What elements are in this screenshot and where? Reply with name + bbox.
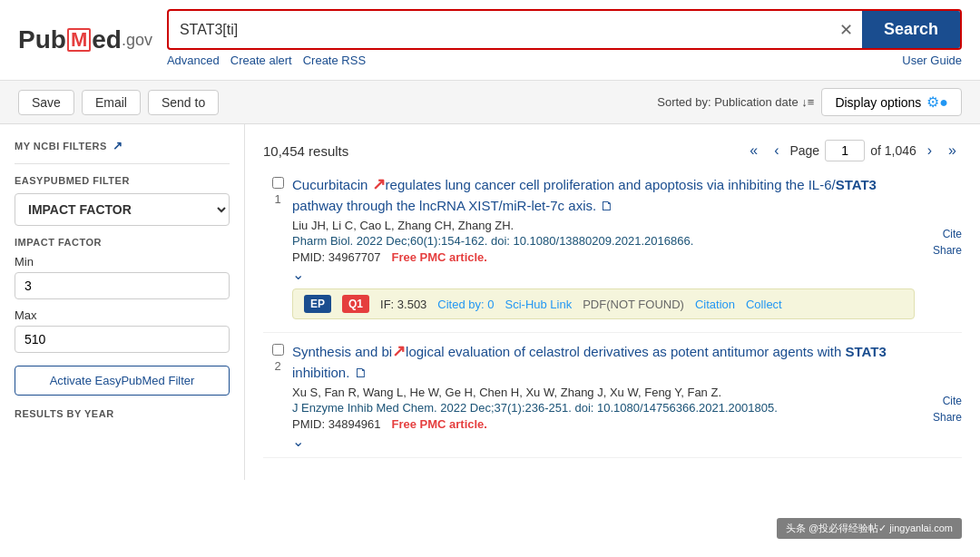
article-2-title-mid: logical evaluation of celastrol derivati… (406, 344, 845, 359)
page-label: Page (789, 143, 819, 158)
article-1-pmid-row: PMID: 34967707 Free PMC article. (292, 249, 915, 264)
article-1-body: Cucurbitacin ↗regulates lung cancer cell… (292, 173, 915, 325)
sidebar: MY NCBI FILTERS ↗ EASYPUBMED FILTER IMPA… (0, 124, 245, 480)
article-1-checkbox[interactable] (272, 177, 284, 189)
email-button[interactable]: Email (82, 90, 141, 115)
article-1-actions: Cite Share (915, 173, 962, 325)
page-next-button[interactable]: › (922, 139, 937, 162)
logo-bracket: M (67, 28, 91, 52)
page-first-button[interactable]: « (744, 139, 763, 162)
page-total: of 1,046 (870, 143, 916, 158)
article-1-share[interactable]: Share (933, 244, 962, 257)
search-links: Advanced Create alert Create RSS User Gu… (167, 50, 962, 71)
logo-gov: .gov (122, 31, 152, 50)
article-2-number: 2 (274, 359, 280, 373)
results-count: 10,454 results (263, 143, 348, 159)
article-1-title-before: Cucurbitacin (292, 177, 372, 192)
content-area: 10,454 results « ‹ Page of 1,046 › » 1 C… (245, 124, 980, 480)
citation-1[interactable]: Citation (695, 298, 735, 311)
article-1-title[interactable]: Cucurbitacin ↗regulates lung cancer cell… (292, 173, 915, 215)
article-1-arrow: ↗ (372, 175, 386, 193)
page-input[interactable] (825, 140, 865, 161)
q1-badge-1: Q1 (342, 295, 369, 313)
ep-badge-1: EP (304, 295, 331, 313)
article-2-authors: Xu S, Fan R, Wang L, He W, Ge H, Chen H,… (292, 386, 915, 399)
impact-factor-select[interactable]: IMPACT FACTOR (15, 193, 230, 226)
impact-factor-label: IMPACT FACTOR (15, 237, 230, 248)
pagination: « ‹ Page of 1,046 › » (744, 139, 962, 162)
article-1-pmid: PMID: 34967707 (292, 250, 381, 264)
search-button[interactable]: Search (862, 11, 960, 48)
send-to-button[interactable]: Send to (148, 90, 219, 115)
search-box: ✕ Search (167, 9, 962, 50)
article-1-expand[interactable]: ⌄ (292, 266, 915, 283)
article-1-cite[interactable]: Cite (943, 228, 962, 240)
article-1-stat3: STAT3 (836, 177, 877, 192)
ncbi-filters-ext-icon: ↗ (113, 139, 123, 152)
page-prev-button[interactable]: ‹ (769, 139, 784, 162)
article-1-journal: Pharm Biol. 2022 Dec;60(1):154-162. doi:… (292, 234, 915, 248)
article-2-body: Synthesis and bi↗logical evaluation of c… (292, 340, 915, 450)
max-input[interactable] (15, 326, 230, 353)
article-1-title-end: pathway through the lncRNA XIST/miR-let-… (292, 198, 596, 213)
article-1-pmc[interactable]: Free PMC article. (391, 250, 487, 264)
logo-ed: ed (92, 25, 122, 54)
article-1-copy-icon: 🗋 (600, 198, 613, 213)
article-2-actions: Cite Share (915, 340, 962, 450)
ncbi-filters-section: MY NCBI FILTERS ↗ (15, 139, 230, 152)
article-2-arrow: ↗ (392, 342, 406, 360)
cited-by-1[interactable]: Cited by: 0 (437, 298, 494, 311)
create-alert-link[interactable]: Create alert (230, 54, 292, 67)
article-1-number: 1 (274, 192, 280, 206)
activate-filter-button[interactable]: Activate EasyPubMed Filter (15, 366, 230, 396)
easypubmed-section: EASYPUBMED FILTER (15, 175, 230, 186)
article-2-checkbox-col: 2 (263, 340, 292, 450)
logo-pub: Pub (18, 25, 66, 54)
min-input[interactable] (15, 272, 230, 299)
save-button[interactable]: Save (18, 90, 74, 115)
sidebar-divider-1 (15, 163, 230, 164)
article-2-cite[interactable]: Cite (943, 395, 962, 407)
sci-hub-1[interactable]: Sci-Hub Link (505, 298, 573, 311)
header: PubMed.gov ✕ Search Advanced Create aler… (0, 0, 980, 81)
create-rss-link[interactable]: Create RSS (303, 54, 366, 67)
article-1-checkbox-col: 1 (263, 173, 292, 325)
if-value-1: IF: 3.503 (380, 298, 426, 311)
display-options-button[interactable]: Display options ⚙● (821, 88, 962, 116)
article-2-journal: J Enzyme Inhib Med Chem. 2022 Dec;37(1):… (292, 401, 915, 415)
article-2-checkbox[interactable] (272, 344, 284, 356)
article-2-pmc[interactable]: Free PMC article. (391, 417, 487, 431)
article-2-title-end: inhibition. (292, 365, 349, 380)
search-container: ✕ Search Advanced Create alert Create RS… (167, 9, 962, 71)
article-2-stat3: STAT3 (846, 344, 887, 359)
article-2-title[interactable]: Synthesis and bi↗logical evaluation of c… (292, 340, 915, 382)
article-2-pmid: PMID: 34894961 (292, 417, 381, 431)
max-label: Max (15, 308, 230, 322)
results-header: 10,454 results « ‹ Page of 1,046 › » (263, 139, 962, 162)
toolbar: Save Email Send to Sorted by: Publicatio… (0, 81, 980, 124)
main-layout: MY NCBI FILTERS ↗ EASYPUBMED FILTER IMPA… (0, 124, 980, 480)
article-2-share[interactable]: Share (933, 411, 962, 424)
article-2-expand[interactable]: ⌄ (292, 433, 915, 450)
collect-1[interactable]: Collect (746, 298, 782, 311)
page-last-button[interactable]: » (943, 139, 962, 162)
article-1: 1 Cucurbitacin ↗regulates lung cancer ce… (263, 173, 962, 333)
logo: PubMed.gov (18, 25, 152, 54)
article-1-title-mid: regulates lung cancer cell proliferation… (386, 177, 836, 192)
user-guide-link[interactable]: User Guide (902, 54, 962, 67)
gear-icon: ⚙● (926, 93, 948, 111)
pdf-1: PDF(NOT FOUND) (583, 298, 684, 311)
advanced-link[interactable]: Advanced (167, 54, 220, 67)
epbm-bar-1: EP Q1 IF: 3.503 Cited by: 0 Sci-Hub Link… (292, 288, 915, 319)
article-2-pmid-row: PMID: 34894961 Free PMC article. (292, 416, 915, 431)
article-2-title-before: Synthesis and bi (292, 344, 392, 359)
search-clear-button[interactable]: ✕ (830, 13, 862, 47)
article-2-copy-icon: 🗋 (354, 365, 368, 380)
article-2: 2 Synthesis and bi↗logical evaluation of… (263, 340, 962, 458)
results-by-year-label: RESULTS BY YEAR (15, 408, 230, 419)
display-options-label: Display options (835, 95, 921, 110)
article-1-authors: Liu JH, Li C, Cao L, Zhang CH, Zhang ZH. (292, 219, 915, 232)
sort-label: Sorted by: Publication date ↓≡ (657, 95, 814, 109)
min-label: Min (15, 255, 230, 269)
search-input[interactable] (169, 15, 830, 45)
